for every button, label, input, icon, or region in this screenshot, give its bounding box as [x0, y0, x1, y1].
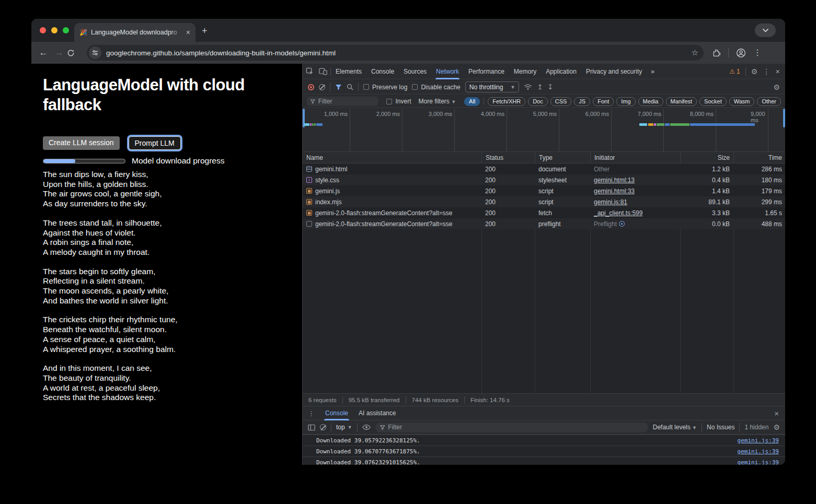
console-source-link[interactable]: gemini.js:39: [738, 437, 779, 444]
preflight-info-icon[interactable]: [619, 221, 625, 227]
reload-button[interactable]: [67, 49, 83, 57]
maximize-window-button[interactable]: [63, 27, 69, 33]
clear-network-log-button[interactable]: [319, 84, 325, 90]
network-settings-gear-icon[interactable]: ⚙: [773, 84, 780, 91]
more-filters-dropdown[interactable]: More filters ▼: [419, 98, 456, 105]
devtools-tab-application[interactable]: Application: [541, 64, 581, 79]
default-levels-dropdown[interactable]: Default levels ▼: [653, 424, 697, 431]
console-source-link[interactable]: gemini.js:39: [738, 448, 779, 455]
column-header-time[interactable]: Time: [733, 152, 785, 163]
devtools-tab-memory[interactable]: Memory: [509, 64, 541, 79]
overview-right-handle[interactable]: [783, 109, 785, 127]
devtools-tab-elements[interactable]: Elements: [331, 64, 366, 79]
filter-chip-media[interactable]: Media: [638, 97, 663, 106]
cell-type: script: [535, 196, 590, 207]
devtools-menu-icon[interactable]: ⋮: [763, 68, 770, 75]
devtools-tab-privacy-and-security[interactable]: Privacy and security: [581, 64, 647, 79]
initiator-link[interactable]: gemini.html:33: [594, 187, 635, 195]
waterfall-segment: [665, 123, 670, 126]
drawer-tab-console[interactable]: Console: [320, 406, 353, 420]
filter-chip-fetch-xhr[interactable]: Fetch/XHR: [488, 97, 525, 106]
drawer-menu-icon[interactable]: ⋮: [303, 409, 320, 417]
filter-chip-doc[interactable]: Doc: [528, 97, 548, 106]
filter-icon[interactable]: [335, 84, 342, 90]
back-button[interactable]: ←: [36, 48, 51, 58]
devtools-tab-console[interactable]: Console: [366, 64, 399, 79]
settings-gear-icon[interactable]: ⚙: [751, 68, 758, 75]
console-settings-gear-icon[interactable]: ⚙: [773, 424, 780, 431]
live-expression-eye-icon[interactable]: [362, 424, 371, 430]
record-network-log-button[interactable]: [308, 84, 314, 90]
initiator-link[interactable]: _api_client.ts:599: [594, 209, 642, 217]
bookmark-star-icon[interactable]: ☆: [692, 48, 698, 57]
devtools-tab-sources[interactable]: Sources: [399, 64, 431, 79]
close-window-button[interactable]: [40, 27, 46, 33]
throttling-dropdown[interactable]: No throttling▼: [465, 81, 520, 92]
initiator-link[interactable]: gemini.html:13: [594, 177, 635, 184]
console-filter-field[interactable]: [388, 424, 643, 431]
filter-chip-js[interactable]: JS: [574, 97, 590, 106]
minimize-window-button[interactable]: [51, 27, 58, 33]
cell-time: 1.65 s: [733, 207, 785, 218]
filter-chip-socket[interactable]: Socket: [699, 97, 727, 106]
column-header-type[interactable]: Type: [535, 152, 590, 163]
inspect-element-icon[interactable]: [306, 67, 314, 75]
filter-chip-css[interactable]: CSS: [550, 97, 572, 106]
devtools-tab-network[interactable]: Network: [431, 64, 464, 79]
import-har-icon[interactable]: ↥: [537, 84, 543, 90]
disable-cache-checkbox[interactable]: Disable cache: [412, 84, 460, 91]
create-llm-session-button[interactable]: Create LLM session: [43, 136, 120, 150]
column-header-status[interactable]: Status: [481, 152, 535, 163]
clear-console-button[interactable]: [320, 424, 326, 430]
table-row[interactable]: ▣gemini.js200scriptgemini.html:331.4 kB1…: [303, 185, 785, 196]
table-row[interactable]: ▣index.mjs200scriptgemini.js:8189.1 kB29…: [303, 196, 785, 207]
browser-menu-icon[interactable]: ⋮: [753, 49, 762, 57]
close-devtools-icon[interactable]: ×: [775, 67, 780, 75]
invert-checkbox[interactable]: Invert: [386, 98, 411, 105]
divider: [745, 67, 746, 76]
devtools-tab-performance[interactable]: Performance: [464, 64, 509, 79]
filter-chip-font[interactable]: Font: [593, 97, 614, 106]
column-header-initiator[interactable]: Initiator: [590, 152, 680, 163]
device-toolbar-icon[interactable]: [319, 68, 327, 75]
filter-chip-all[interactable]: All: [464, 97, 480, 106]
issues-counter[interactable]: No Issues: [707, 424, 734, 431]
drawer-tab-ai-assistance[interactable]: AI assistance: [353, 406, 401, 420]
browser-tab[interactable]: 🎉 LanguageModel downloadpro ×: [74, 23, 196, 42]
network-filter-input[interactable]: [307, 97, 378, 106]
column-header-size[interactable]: Size: [680, 152, 733, 163]
tab-search-button[interactable]: [755, 24, 776, 37]
filter-text-field[interactable]: [318, 98, 375, 105]
more-panels-button[interactable]: »: [647, 68, 659, 75]
javascript-context-dropdown[interactable]: top▼: [336, 424, 352, 431]
site-settings-button[interactable]: [89, 46, 101, 59]
console-filter-input[interactable]: [375, 423, 648, 432]
table-row[interactable]: gemini-2.0-flash:streamGenerateContent?a…: [303, 218, 785, 229]
profile-avatar-icon[interactable]: [736, 48, 746, 58]
forward-button[interactable]: →: [51, 48, 67, 58]
console-sidebar-toggle-icon[interactable]: [308, 424, 315, 431]
warning-badge[interactable]: ⚠1: [729, 68, 740, 75]
table-row[interactable]: /style.css200stylesheetgemini.html:130.4…: [303, 174, 785, 185]
initiator-link[interactable]: gemini.js:81: [594, 198, 627, 206]
filter-chip-manifest[interactable]: Manifest: [666, 97, 697, 106]
close-tab-icon[interactable]: ×: [186, 29, 190, 36]
timeline-tick-label: 1,000 ms: [324, 111, 350, 117]
filter-chip-img[interactable]: Img: [616, 97, 635, 106]
console-source-link[interactable]: gemini.js:39: [738, 459, 779, 465]
filter-chip-wasm[interactable]: Wasm: [729, 97, 755, 106]
extensions-icon[interactable]: [712, 49, 721, 57]
prompt-llm-button[interactable]: Prompt LLM: [129, 136, 181, 150]
new-tab-button[interactable]: +: [202, 26, 208, 36]
table-row[interactable]: gemini.html200documentOther1.2 kB286 ms: [303, 163, 785, 174]
table-row[interactable]: ▣gemini-2.0-flash:streamGenerateContent?…: [303, 207, 785, 218]
address-bar[interactable]: googlechrome.github.io/samples/downloadi…: [87, 45, 704, 61]
search-icon[interactable]: [347, 84, 353, 90]
network-overview-timeline[interactable]: 1,000 ms2,000 ms3,000 ms4,000 ms5,000 ms…: [303, 109, 785, 152]
preserve-log-checkbox[interactable]: Preserve log: [363, 84, 407, 91]
network-conditions-icon[interactable]: [524, 84, 532, 90]
filter-chip-other[interactable]: Other: [757, 97, 781, 106]
column-header-name[interactable]: Name: [303, 152, 481, 163]
close-drawer-icon[interactable]: ×: [774, 409, 785, 417]
export-har-icon[interactable]: ↧: [547, 84, 553, 90]
